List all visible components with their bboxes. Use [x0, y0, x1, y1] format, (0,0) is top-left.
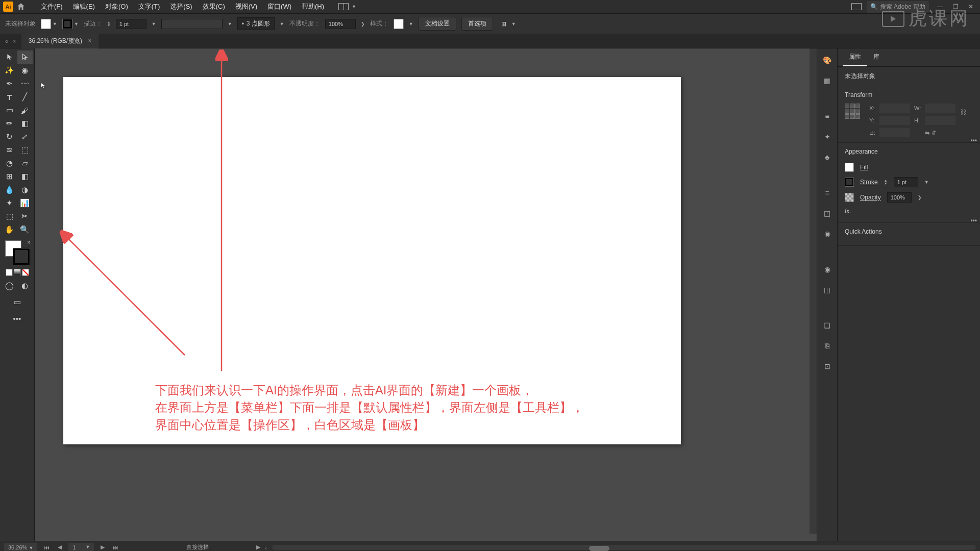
- perspective-tool[interactable]: ▱: [17, 157, 33, 170]
- symbols-panel-icon[interactable]: ♣: [822, 152, 833, 163]
- home-icon[interactable]: [16, 2, 26, 11]
- transform-rotate-input[interactable]: [879, 128, 910, 137]
- document-tab[interactable]: 36.26% (RGB/预览) ×: [21, 34, 99, 48]
- tab-close-icon[interactable]: ×: [88, 37, 91, 44]
- align-icon[interactable]: ⊞: [501, 20, 506, 28]
- appearance-stroke-input[interactable]: [894, 177, 918, 187]
- zoom-level[interactable]: 36.26% ▼: [4, 543, 37, 552]
- curvature-tool[interactable]: 〰: [17, 77, 33, 90]
- symbol-sprayer-tool[interactable]: ✦: [2, 196, 17, 210]
- fx-label[interactable]: fx.: [845, 208, 851, 215]
- color-controls[interactable]: ⤭: [5, 240, 30, 265]
- horizontal-scrollbar[interactable]: ‹ ›: [272, 545, 976, 550]
- draw-mode-icon[interactable]: ◯: [2, 279, 17, 292]
- shape-builder-tool[interactable]: ◔: [2, 157, 17, 170]
- layers-panel-icon[interactable]: ◫: [822, 284, 833, 295]
- link-dimensions-icon[interactable]: ⛓: [961, 109, 967, 116]
- flip-vertical-icon[interactable]: ⇵: [932, 130, 936, 136]
- paintbrush-tool[interactable]: 🖌: [17, 104, 33, 117]
- gradient-tool[interactable]: ◧: [17, 170, 33, 183]
- menu-type[interactable]: 文字(T): [133, 0, 165, 13]
- transform-panel-icon[interactable]: ◰: [822, 208, 833, 219]
- lasso-tool[interactable]: ◉: [17, 64, 33, 77]
- blend-tool[interactable]: ◑: [17, 183, 33, 196]
- free-transform-tool[interactable]: ⬚: [17, 143, 33, 157]
- artboard-number[interactable]: 1 ▼: [68, 543, 94, 552]
- artboard[interactable]: 下面我们来认识一下AI的操作界面，点击AI界面的【新建】一个画板， 在界面上方是…: [63, 77, 681, 444]
- reference-point[interactable]: [845, 104, 860, 119]
- color-mode-gradient[interactable]: [14, 269, 21, 276]
- transform-h-input[interactable]: [925, 116, 955, 125]
- tab-libraries[interactable]: 库: [867, 48, 886, 66]
- stroke-weight-dropdown-icon[interactable]: ▼: [152, 21, 156, 27]
- artboards-panel-icon[interactable]: ⎘: [822, 340, 833, 352]
- appearance-stroke-swatch[interactable]: [845, 178, 854, 187]
- direct-selection-tool[interactable]: [17, 51, 33, 64]
- hand-tool[interactable]: ✋: [2, 223, 17, 236]
- fill-swatch[interactable]: [41, 19, 51, 29]
- libraries-panel-icon[interactable]: ⊡: [822, 361, 833, 372]
- menu-object[interactable]: 对象(O): [100, 0, 133, 13]
- color-panel-icon[interactable]: 🎨: [822, 55, 833, 66]
- zoom-tool[interactable]: 🔍: [17, 223, 33, 236]
- stroke-weight-input[interactable]: [116, 19, 146, 29]
- scroll-left-icon[interactable]: ‹: [265, 545, 267, 551]
- menu-effect[interactable]: 效果(C): [198, 0, 230, 13]
- stroke-panel-icon[interactable]: ≡: [822, 111, 833, 122]
- scale-tool[interactable]: ⤢: [17, 130, 33, 143]
- appearance-fill-swatch[interactable]: [845, 163, 854, 172]
- profile-input[interactable]: [161, 19, 223, 29]
- arrange-documents-icon[interactable]: [338, 3, 349, 10]
- minimize-button[interactable]: —: [934, 2, 946, 11]
- color-mode-solid[interactable]: [6, 269, 13, 276]
- style-dropdown-icon[interactable]: ▼: [409, 21, 413, 27]
- last-artboard-icon[interactable]: ⏭: [111, 544, 120, 550]
- selection-tool[interactable]: [2, 51, 17, 64]
- menu-view[interactable]: 视图(V): [230, 0, 262, 13]
- eraser-tool[interactable]: ◧: [17, 117, 33, 130]
- scrollbar-thumb[interactable]: [589, 546, 609, 551]
- menu-edit[interactable]: 编辑(E): [68, 0, 100, 13]
- asset-export-panel-icon[interactable]: ❏: [822, 320, 833, 331]
- transform-y-input[interactable]: [879, 116, 910, 125]
- stroke-stepper[interactable]: ▲▼: [107, 21, 111, 27]
- appearance-stroke-stepper[interactable]: ▲▼: [884, 179, 888, 185]
- edit-toolbar-icon[interactable]: •••: [10, 312, 25, 325]
- help-search[interactable]: 🔍 搜索 Adobe 帮助: [867, 1, 929, 13]
- menu-window[interactable]: 窗口(W): [262, 0, 297, 13]
- brushes-panel-icon[interactable]: ✦: [822, 131, 833, 142]
- menu-file[interactable]: 文件(F): [36, 0, 68, 13]
- vertical-scrollbar[interactable]: [810, 48, 817, 534]
- slice-tool[interactable]: ✂: [17, 210, 33, 223]
- document-setup-button[interactable]: 文档设置: [419, 17, 456, 31]
- menu-help[interactable]: 帮助(H): [297, 0, 329, 13]
- close-button[interactable]: ✕: [965, 2, 977, 11]
- align-panel-icon[interactable]: ≡: [822, 187, 833, 198]
- stroke-swatch[interactable]: [62, 19, 72, 29]
- stroke-color[interactable]: [13, 248, 30, 265]
- tab-nav-left-icon[interactable]: «: [5, 38, 9, 45]
- arrange-dropdown-icon[interactable]: ▼: [352, 4, 356, 9]
- menu-select[interactable]: 选择(S): [165, 0, 197, 13]
- artboard-tool[interactable]: ⬚: [2, 210, 17, 223]
- appearance-opacity-dropdown-icon[interactable]: ❯: [918, 195, 922, 200]
- appearance-opacity-swatch[interactable]: [845, 193, 854, 202]
- flip-horizontal-icon[interactable]: ⇋: [925, 130, 929, 136]
- workspace-switcher-icon[interactable]: [851, 3, 862, 10]
- fill-dropdown-icon[interactable]: ▼: [53, 21, 57, 27]
- magic-wand-tool[interactable]: ✨: [2, 64, 17, 77]
- color-mode-none[interactable]: [22, 269, 29, 276]
- stroke-dropdown-icon[interactable]: ▼: [74, 21, 79, 27]
- mesh-tool[interactable]: ⊞: [2, 170, 17, 183]
- column-graph-tool[interactable]: 📊: [17, 196, 33, 210]
- first-artboard-icon[interactable]: ⏮: [42, 544, 51, 550]
- profile-dropdown-icon[interactable]: ▼: [228, 21, 232, 27]
- width-tool[interactable]: ≋: [2, 143, 17, 157]
- draw-behind-icon[interactable]: ◐: [17, 279, 33, 292]
- appearance-more-icon[interactable]: •••: [970, 217, 977, 224]
- shaper-tool[interactable]: ✏: [2, 117, 17, 130]
- transform-x-input[interactable]: [879, 104, 910, 113]
- swap-colors-icon[interactable]: ⤭: [27, 239, 31, 245]
- eyedropper-tool[interactable]: 💧: [2, 183, 17, 196]
- opacity-input[interactable]: [325, 19, 356, 29]
